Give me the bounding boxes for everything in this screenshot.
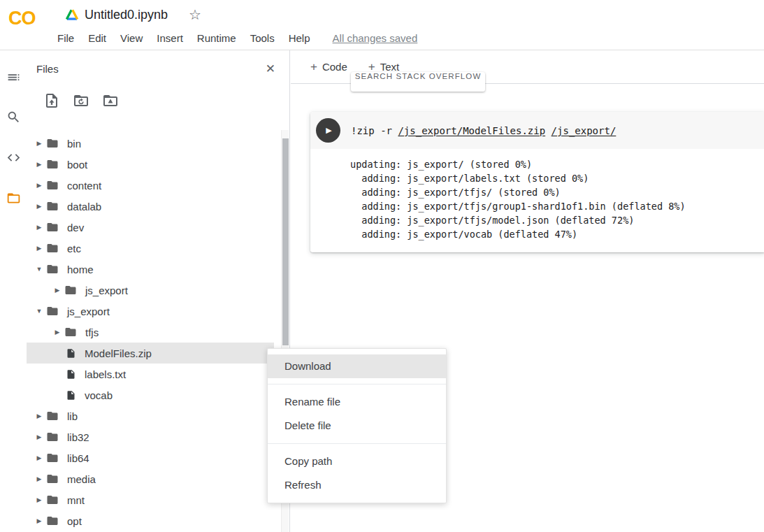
play-icon: ▶ xyxy=(326,127,331,134)
menu-divider xyxy=(268,443,446,444)
chevron-right-icon[interactable]: ▶ xyxy=(34,161,45,168)
tree-item-label: tfjs xyxy=(85,326,99,338)
tree-item-label: mnt xyxy=(67,494,85,506)
search-stack-overflow-label: SEARCH STACK OVERFLOW xyxy=(351,72,485,86)
colab-logo-icon[interactable]: CO xyxy=(8,8,36,29)
tree-item-lib64[interactable]: ▶lib64 xyxy=(27,447,274,468)
save-status-link[interactable]: All changes saved xyxy=(333,32,418,44)
code-command: !zip -r xyxy=(351,125,398,136)
chevron-down-icon[interactable]: ▼ xyxy=(34,266,45,273)
tree-item-etc[interactable]: ▶etc xyxy=(27,238,274,259)
folder-icon xyxy=(46,158,59,171)
menu-tools[interactable]: Tools xyxy=(243,31,282,45)
tree-item-label: vocab xyxy=(85,389,113,401)
add-text-label: Text xyxy=(380,61,400,73)
folder-icon xyxy=(46,452,59,464)
tree-item-label: lib xyxy=(67,410,78,422)
context-menu-copy-path[interactable]: Copy path xyxy=(268,450,446,473)
code-cell: ▶ !zip -r /js_export/ModelFiles.zip /js_… xyxy=(310,112,764,252)
folder-icon xyxy=(46,473,59,485)
add-text-button[interactable]: + Text xyxy=(368,61,399,73)
files-panel: Files ✕ ▶bin▶boot▶content▶datalab▶dev▶et… xyxy=(27,50,290,532)
tree-item-dev[interactable]: ▶dev xyxy=(27,217,274,238)
tree-item-label: bin xyxy=(67,138,81,150)
search-stack-overflow-button[interactable]: SEARCH STACK OVERFLOW xyxy=(351,72,485,92)
tree-item-boot[interactable]: ▶boot xyxy=(27,154,274,175)
chevron-right-icon[interactable]: ▶ xyxy=(52,287,63,294)
files-panel-header: Files ✕ xyxy=(27,50,289,75)
code-editor-area: ▶ !zip -r /js_export/ModelFiles.zip /js_… xyxy=(310,112,764,149)
upload-file-icon xyxy=(43,92,60,109)
tree-item-media[interactable]: ▶media xyxy=(27,468,274,489)
files-panel-toolbar xyxy=(43,90,289,111)
menu-help[interactable]: Help xyxy=(282,31,317,45)
context-menu-refresh[interactable]: Refresh xyxy=(268,473,446,497)
run-cell-button[interactable]: ▶ xyxy=(316,118,340,143)
tree-item-label: lib32 xyxy=(67,431,89,443)
folder-icon xyxy=(46,179,59,192)
tree-item-lib[interactable]: ▶lib xyxy=(27,405,274,426)
chevron-right-icon[interactable]: ▶ xyxy=(34,518,45,524)
file-icon xyxy=(66,348,76,359)
chevron-right-icon[interactable]: ▶ xyxy=(34,434,45,440)
menu-file[interactable]: File xyxy=(50,31,81,45)
menu-view[interactable]: View xyxy=(113,31,150,45)
tree-item-datalab[interactable]: ▶datalab xyxy=(27,196,274,217)
add-code-button[interactable]: + Code xyxy=(310,61,347,73)
chevron-right-icon[interactable]: ▶ xyxy=(34,141,45,147)
tree-item-lib32[interactable]: ▶lib32 xyxy=(27,426,274,447)
menu-insert[interactable]: Insert xyxy=(150,31,190,45)
search-icon xyxy=(6,110,21,124)
notebook-title[interactable]: Untitled0.ipynb xyxy=(85,8,168,22)
search-button[interactable] xyxy=(0,103,27,130)
code-path-1: /js_export/ModelFiles.zip xyxy=(398,125,545,136)
code-line[interactable]: !zip -r /js_export/ModelFiles.zip /js_ex… xyxy=(351,125,616,136)
files-scrollbar-thumb[interactable] xyxy=(282,138,289,345)
tree-item-labels.txt[interactable]: labels.txt xyxy=(27,364,274,384)
folder-icon xyxy=(46,515,59,527)
folder-icon xyxy=(46,263,59,275)
header: CO Untitled0.ipynb ☆ FileEditViewInsertR… xyxy=(0,0,764,50)
chevron-right-icon[interactable]: ▶ xyxy=(34,413,45,419)
upload-button[interactable] xyxy=(43,92,60,109)
tree-item-js_export[interactable]: ▶js_export xyxy=(27,280,274,301)
code-snippets-button[interactable] xyxy=(0,144,27,171)
mount-drive-button[interactable] xyxy=(102,92,119,109)
chevron-right-icon[interactable]: ▶ xyxy=(34,224,45,231)
files-tab-button[interactable] xyxy=(0,185,27,211)
colab-app: CO Untitled0.ipynb ☆ FileEditViewInsertR… xyxy=(0,0,764,532)
folder-icon xyxy=(46,242,59,254)
context-menu-rename-file[interactable]: Rename file xyxy=(268,390,446,414)
chevron-right-icon[interactable]: ▶ xyxy=(34,203,45,210)
chevron-right-icon[interactable]: ▶ xyxy=(34,245,45,252)
tree-item-opt[interactable]: ▶opt xyxy=(27,510,274,531)
menu-edit[interactable]: Edit xyxy=(81,31,113,45)
close-icon[interactable]: ✕ xyxy=(266,63,275,75)
file-icon xyxy=(66,390,76,401)
chevron-right-icon[interactable]: ▶ xyxy=(34,497,45,503)
tree-item-vocab[interactable]: vocab xyxy=(27,384,274,405)
folder-tab-icon xyxy=(6,191,21,206)
plus-icon: + xyxy=(310,61,317,73)
chevron-right-icon[interactable]: ▶ xyxy=(34,182,45,189)
tree-item-mnt[interactable]: ▶mnt xyxy=(27,489,274,510)
tree-item-tfjs[interactable]: ▶tfjs xyxy=(27,322,274,343)
tree-item-ModelFiles.zip[interactable]: ModelFiles.zip xyxy=(27,343,274,364)
context-menu-download[interactable]: Download xyxy=(268,354,446,378)
star-icon[interactable]: ☆ xyxy=(189,8,201,22)
table-of-contents-button[interactable] xyxy=(0,64,27,90)
chevron-right-icon[interactable]: ▶ xyxy=(52,329,63,336)
folder-icon xyxy=(46,494,59,506)
add-code-label: Code xyxy=(322,61,347,73)
tree-item-bin[interactable]: ▶bin xyxy=(27,133,274,154)
chevron-down-icon[interactable]: ▼ xyxy=(34,308,45,315)
refresh-folder-button[interactable] xyxy=(73,92,89,109)
tree-item-content[interactable]: ▶content xyxy=(27,175,274,196)
context-menu-delete-file[interactable]: Delete file xyxy=(268,414,446,438)
tree-item-label: lib64 xyxy=(67,452,89,464)
tree-item-home[interactable]: ▼home xyxy=(27,259,274,280)
tree-item-js_export[interactable]: ▼js_export xyxy=(27,301,274,322)
chevron-right-icon[interactable]: ▶ xyxy=(34,455,45,461)
menu-runtime[interactable]: Runtime xyxy=(190,31,243,45)
chevron-right-icon[interactable]: ▶ xyxy=(34,476,45,482)
